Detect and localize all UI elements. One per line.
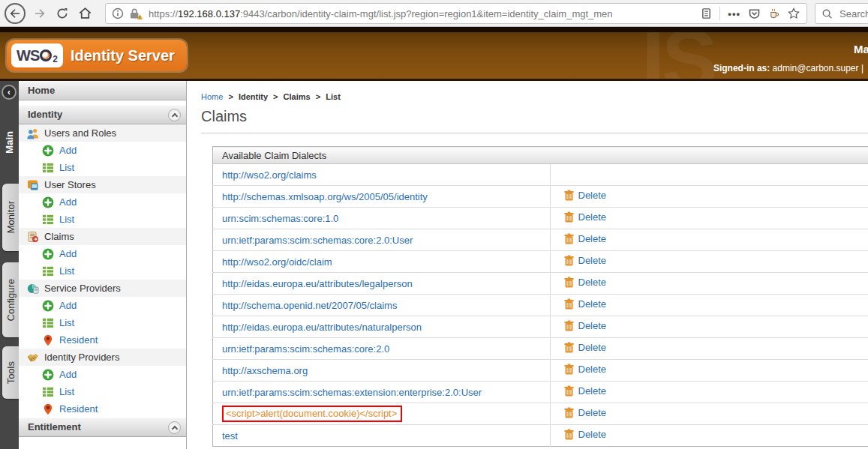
dialect-link[interactable]: http://eidas.europa.eu/attributes/legalp… [222, 278, 413, 289]
trash-icon [564, 255, 574, 266]
wso2-logo[interactable]: WS 2 Identity Server [7, 40, 187, 71]
identity-providers-icon [27, 352, 39, 364]
dialect-link[interactable]: test [222, 430, 238, 442]
dialect-link[interactable]: urn:ietf:params:scim:schemas:core:2.0 [222, 343, 389, 355]
delete-link[interactable]: Delete [564, 255, 607, 266]
dialect-link[interactable]: http://schema.openid.net/2007/05/claims [222, 300, 397, 311]
address-bar[interactable]: https://192.168.0.137:9443/carbon/identi… [105, 3, 807, 24]
sidebar-item-user-stores[interactable]: User Stores [19, 176, 186, 193]
sidebar-section-identity[interactable]: Identity [19, 105, 186, 124]
add-icon [42, 248, 54, 260]
sidebar-menu: Home Identity Users and Roles Add List U… [19, 81, 187, 449]
sidebar-item-sp-resident[interactable]: Resident [19, 331, 186, 349]
breadcrumb-home-link[interactable]: Home [201, 92, 223, 101]
sidebar-item-users-list[interactable]: List [19, 159, 186, 176]
product-name: Identity Server [71, 47, 175, 64]
sidebar-item-claims[interactable]: Claims [19, 228, 186, 245]
dialect-link[interactable]: urn:scim:schemas:core:1.0 [222, 213, 338, 224]
list-icon [42, 162, 54, 174]
table-row: http://eidas.europa.eu/attributes/natura… [213, 316, 868, 338]
java-coffee-icon[interactable] [768, 7, 779, 19]
delete-link[interactable]: Delete [564, 385, 607, 397]
breadcrumb-claims: Claims [284, 92, 311, 101]
wso2-logo-mark: WS 2 [11, 43, 63, 67]
dialect-link[interactable]: http://axschema.org [222, 365, 308, 376]
sidebar-item-idp-list[interactable]: List [19, 383, 186, 400]
tab-configure[interactable]: Configure [2, 262, 19, 337]
claims-icon [27, 231, 39, 243]
identity-providers-label: Identity Providers [44, 352, 119, 363]
browser-back-button[interactable] [5, 3, 26, 24]
sidebar-item-users-and-roles[interactable]: Users and Roles [19, 124, 186, 142]
delete-link[interactable]: Delete [564, 233, 607, 244]
reader-view-icon[interactable] [701, 7, 712, 19]
delete-link[interactable]: Delete [564, 298, 607, 310]
dialect-link[interactable]: urn:ietf:params:scim:schemas:core:2.0:Us… [222, 235, 413, 246]
dialect-link[interactable]: http://wso2.org/oidc/claim [222, 256, 332, 268]
chevron-up-icon[interactable] [168, 421, 181, 434]
list-icon [42, 317, 54, 329]
table-row: http://wso2.org/oidc/claim Delete [213, 251, 868, 273]
tab-tools[interactable]: Tools [2, 346, 19, 399]
sidebar-section-entitlement[interactable]: Entitlement [19, 418, 186, 437]
table-row: urn:ietf:params:scim:schemas:core:2.0 De… [213, 338, 868, 360]
user-stores-list-label: List [59, 214, 74, 225]
user-stores-icon [27, 179, 39, 191]
tab-main[interactable]: Main [0, 114, 19, 171]
sidebar-item-claims-list[interactable]: List [19, 262, 186, 280]
sidebar-item-sp-add[interactable]: Add [19, 297, 186, 314]
delete-link[interactable]: Delete [564, 364, 607, 375]
url-host: 192.168.0.137 [178, 8, 240, 19]
sidebar-item-user-stores-add[interactable]: Add [19, 193, 186, 211]
forward-icon [33, 7, 47, 20]
search-input[interactable] [838, 7, 868, 20]
user-stores-add-label: Add [59, 196, 77, 208]
page-actions-icon[interactable]: ••• [728, 8, 740, 19]
breadcrumb-list: List [326, 92, 341, 101]
trash-icon [564, 211, 574, 223]
dialect-link[interactable]: http://schemas.xmlsoap.org/ws/2005/05/id… [222, 191, 428, 202]
dialect-link[interactable]: http://wso2.org/claims [222, 169, 317, 181]
browser-forward-button[interactable] [29, 2, 51, 25]
sidebar-item-service-providers[interactable]: Service Providers [19, 280, 186, 297]
tab-tools-label: Tools [5, 361, 17, 384]
delete-link[interactable]: Delete [564, 211, 607, 223]
dialect-link-xss[interactable]: <script>alert(document.cookie)</script> [222, 408, 402, 419]
sidebar-item-idp-add[interactable]: Add [19, 366, 186, 383]
browser-refresh-button[interactable] [51, 2, 74, 25]
delete-link[interactable]: Delete [564, 342, 607, 353]
sidebar-item-sp-list[interactable]: List [19, 314, 186, 331]
sidebar-collapse-button[interactable]: ‹ [2, 85, 17, 100]
delete-link[interactable]: Delete [564, 190, 607, 201]
sidebar-item-claims-add[interactable]: Add [19, 245, 186, 262]
delete-link[interactable]: Delete [564, 429, 607, 440]
idp-resident-label: Resident [59, 403, 98, 415]
idp-add-label: Add [59, 369, 77, 380]
breadcrumb: Home > Identity > Claims > List [201, 92, 868, 101]
browser-home-button[interactable] [74, 2, 96, 25]
users-add-label: Add [59, 145, 77, 156]
breadcrumb-separator: > [316, 92, 320, 101]
browser-search-box[interactable] [815, 3, 868, 24]
sidebar-item-identity-providers[interactable]: Identity Providers [19, 349, 186, 366]
sidebar-item-home[interactable]: Home [19, 81, 186, 100]
delete-link[interactable]: Delete [564, 277, 607, 288]
sidebar-item-idp-resident[interactable]: Resident [19, 400, 186, 418]
url-text: https://192.168.0.137:9443/carbon/identi… [149, 8, 686, 19]
pocket-icon[interactable] [748, 7, 761, 19]
users-list-label: List [59, 162, 74, 173]
chevron-up-icon[interactable] [168, 109, 181, 121]
table-header: Available Claim Dialects [213, 147, 868, 164]
sidebar-item-users-add[interactable]: Add [19, 142, 186, 159]
delete-label: Delete [578, 407, 607, 418]
lock-warning-icon[interactable] [129, 7, 143, 19]
tab-monitor[interactable]: Monitor [2, 184, 19, 251]
dialect-link[interactable]: http://eidas.europa.eu/attributes/natura… [222, 322, 422, 333]
bookmark-star-icon[interactable] [787, 7, 800, 20]
trash-icon [564, 364, 574, 375]
delete-link[interactable]: Delete [564, 320, 607, 331]
dialect-link[interactable]: urn:ietf:params:scim:schemas:extension:e… [222, 387, 482, 398]
info-icon[interactable] [112, 7, 124, 19]
sidebar-item-user-stores-list[interactable]: List [19, 211, 186, 228]
delete-link[interactable]: Delete [564, 407, 607, 418]
